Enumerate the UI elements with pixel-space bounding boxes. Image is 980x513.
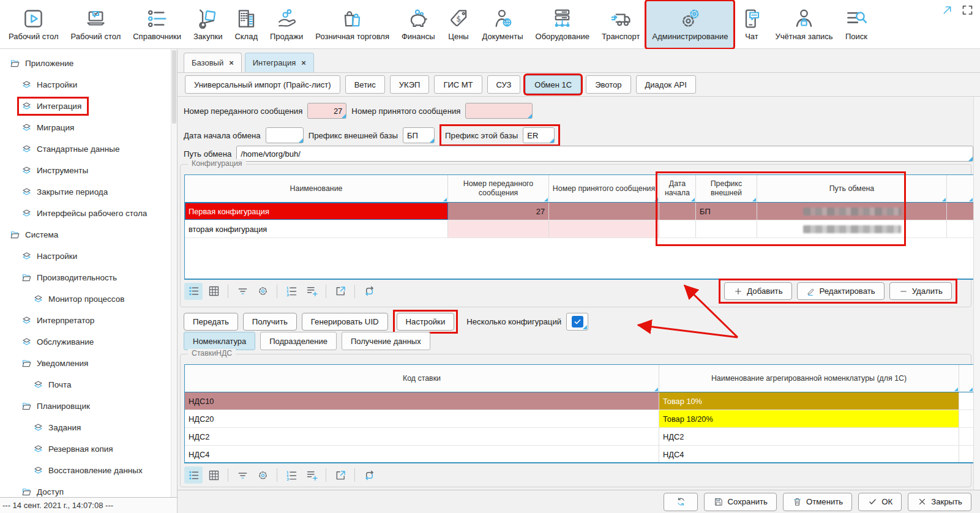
scrollbar-thumb[interactable]	[172, 50, 176, 124]
toolbar-item-1[interactable]: Рабочий стол	[65, 1, 127, 48]
fullscreen-icon[interactable]	[961, 4, 974, 17]
generate-uid-button[interactable]: Генерировать UID	[302, 313, 388, 331]
sidebar-item-14[interactable]: Уведомления	[0, 353, 171, 374]
vat-row-3[interactable]: НДС4НДС4	[185, 446, 973, 463]
list-view-tool-button[interactable]	[184, 466, 203, 484]
module-tab-2[interactable]: УКЭП	[390, 75, 430, 94]
toolbar-item-4[interactable]: Склад	[229, 1, 263, 48]
toolbar-item-12[interactable]: Администрирование	[646, 1, 733, 48]
toolbar-item-7[interactable]: Финансы	[396, 1, 441, 48]
sidebar-item-5[interactable]: Инструменты	[0, 160, 171, 181]
vat-cell	[959, 446, 973, 463]
toolbar-item-3[interactable]: Закупки	[188, 1, 228, 48]
settings-button[interactable]: Настройки	[397, 313, 455, 331]
sidebar-item-0[interactable]: Приложение	[0, 53, 171, 74]
vat-row-1[interactable]: НДС20Товар 18/20%	[185, 410, 973, 428]
refresh-button[interactable]	[664, 493, 698, 511]
grid-view-tool-button[interactable]	[204, 466, 223, 484]
toolbar-item-0[interactable]: Рабочий стол	[3, 1, 64, 48]
gear-tool-button[interactable]	[253, 466, 272, 484]
multi-config-checkbox[interactable]	[572, 316, 583, 328]
sidebar-item-19[interactable]: Восстановление данных	[0, 460, 171, 481]
sidebar-item-2[interactable]: Интеграция	[0, 95, 171, 117]
filter-tool-button[interactable]	[233, 283, 252, 300]
sidebar-item-17[interactable]: Задания	[0, 417, 171, 438]
toolbar-item-2[interactable]: Справочники	[127, 1, 187, 48]
cancel-button[interactable]: Отменить	[783, 493, 852, 511]
exchange-path-input[interactable]	[236, 146, 973, 162]
sidebar-item-11[interactable]: Монитор процессов	[0, 288, 171, 310]
module-tab-6[interactable]: Эвотор	[586, 75, 630, 94]
module-tab-3[interactable]: ГИС МТ	[434, 75, 482, 94]
add-row-tool-button[interactable]	[302, 466, 321, 484]
toolbar-item-10[interactable]: Оборудование	[530, 1, 595, 48]
gear-tool-button[interactable]	[253, 283, 272, 300]
list-view-tool-button[interactable]	[184, 283, 203, 300]
send-button[interactable]: Передать	[184, 313, 238, 331]
add-button[interactable]: Добавить	[724, 282, 791, 300]
sidebar-item-18[interactable]: Резервная копия	[0, 438, 171, 460]
sidebar-item-12[interactable]: Интерпретатор	[0, 310, 171, 331]
sidebar-item-label: Интеграция	[37, 102, 81, 111]
edit-button[interactable]: Редактировать	[797, 282, 885, 300]
document-tab-0[interactable]: Базовый×	[184, 53, 242, 72]
sidebar-item-6[interactable]: Закрытие периода	[0, 181, 171, 203]
toolbar-item-9[interactable]: Документы	[477, 1, 529, 48]
sidebar-item-1[interactable]: Настройки	[0, 74, 171, 95]
this-prefix-input[interactable]	[523, 127, 555, 143]
save-button[interactable]: Сохранить	[704, 493, 777, 511]
toolbar-item-14[interactable]: Учётная запись	[769, 1, 838, 48]
module-tab-1[interactable]: Ветис	[345, 75, 385, 94]
module-tab-4[interactable]: СУЗ	[487, 75, 521, 94]
section-tab-0[interactable]: Номенклатура	[184, 332, 255, 350]
reload-tool-button[interactable]	[360, 466, 378, 484]
tab-close-icon[interactable]: ×	[301, 58, 306, 67]
open-external-tool-button[interactable]	[331, 283, 350, 300]
sidebar-item-15[interactable]: Почта	[0, 374, 171, 395]
sidebar-item-8[interactable]: Система	[0, 224, 171, 245]
config-row-1[interactable]: вторая конфигурация	[185, 220, 973, 238]
toolbar-item-8[interactable]: $Цены	[442, 1, 476, 48]
tab-close-icon[interactable]: ×	[229, 58, 234, 67]
sidebar-item-9[interactable]: Настройки	[0, 245, 171, 267]
add-row-tool-button[interactable]	[302, 283, 321, 300]
grid-view-tool-button[interactable]	[204, 283, 223, 300]
module-tab-5[interactable]: Обмен 1С	[525, 75, 581, 94]
vat-row-0[interactable]: НДС10Товар 10%	[185, 392, 973, 410]
toolbar-item-15[interactable]: Поиск	[839, 1, 873, 48]
sidebar-scrollbar[interactable]	[171, 49, 177, 498]
section-tab-2[interactable]: Получение данных	[342, 332, 430, 350]
external-prefix-input[interactable]	[403, 127, 435, 143]
toolbar-item-11[interactable]: Транспорт	[596, 1, 646, 48]
receive-button[interactable]: Получить	[243, 313, 297, 331]
popout-arrow-icon[interactable]	[941, 4, 954, 17]
delete-button[interactable]: Удалить	[889, 282, 952, 300]
open-external-tool-button[interactable]	[331, 466, 350, 484]
sidebar-item-7[interactable]: Интерфейсы рабочего стола	[0, 203, 171, 224]
toolbar-item-6[interactable]: Розничная торговля	[310, 1, 395, 48]
close-button[interactable]: Закрыть	[908, 493, 971, 511]
sidebar-item-4[interactable]: Стандартные данные	[0, 138, 171, 160]
toolbar-item-13[interactable]: Чат	[735, 1, 768, 48]
document-tab-1[interactable]: Интеграция×	[245, 53, 314, 72]
exchange-date-input[interactable]	[266, 127, 304, 143]
sidebar-item-16[interactable]: Планировщик	[0, 395, 171, 417]
sidebar-item-3[interactable]: Миграция	[0, 117, 171, 138]
numbered-list-tool-button[interactable]	[282, 283, 301, 300]
config-row-0[interactable]: Первая конфигурация27БП	[185, 203, 973, 220]
filter-tool-button[interactable]	[233, 466, 252, 484]
sidebar-item-13[interactable]: Обслуживание	[0, 331, 171, 353]
ok-button[interactable]: ОК	[858, 493, 902, 511]
vat-row-2[interactable]: НДС2НДС2	[185, 428, 973, 446]
numbered-list-tool-button[interactable]	[282, 466, 301, 484]
section-tab-1[interactable]: Подразделение	[260, 332, 337, 350]
sent-number-input[interactable]	[307, 103, 346, 119]
module-tab-7[interactable]: Диадок API	[636, 75, 696, 94]
sidebar-item-10[interactable]: Производительность	[0, 267, 171, 288]
received-number-input[interactable]	[465, 103, 533, 119]
sidebar-item-20[interactable]: Доступ	[0, 481, 171, 498]
panel-scrollbar[interactable]	[973, 97, 980, 490]
reload-tool-button[interactable]	[360, 283, 378, 300]
module-tab-0[interactable]: Универсальный импорт (Прайс-лист)	[185, 75, 340, 94]
toolbar-item-5[interactable]: Продажи	[264, 1, 309, 48]
